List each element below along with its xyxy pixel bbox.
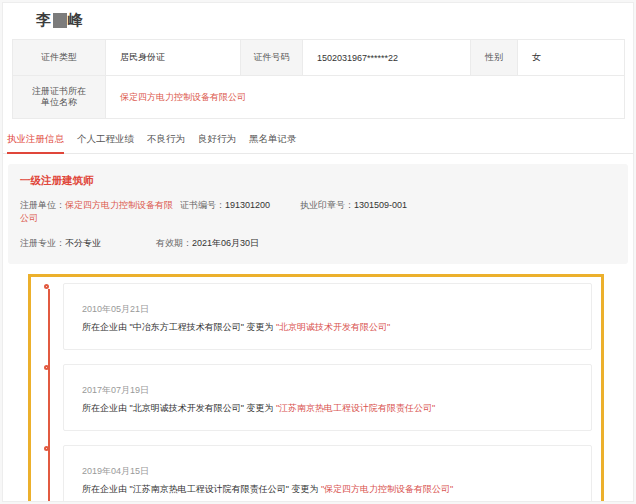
entry-date: 2010年05月21日	[82, 303, 577, 315]
entry-card: 2019年04月15日 所在企业由 "江苏南京热电工程设计院有限责任公司" 变更…	[63, 445, 592, 502]
id-type-value: 居民身份证	[106, 40, 241, 76]
timeline-entry: 2010年05月21日 所在企业由 "中冶东方工程技术有限公司" 变更为 "北京…	[63, 283, 592, 350]
tabs-bar: 执业注册信息 个人工程业绩 不良行为 良好行为 黑名单记录	[3, 127, 633, 154]
registration-row-1: 注册单位：保定四方电力控制设备有限公司 证书编号：191301200 执业印章号…	[20, 199, 616, 225]
registration-title: 一级注册建筑师	[20, 174, 616, 188]
timeline-rail	[48, 289, 50, 502]
timeline-dot-icon	[44, 284, 49, 289]
unit-company-link[interactable]: 保定四方电力控制设备有限公司	[120, 92, 246, 102]
entry-description: 所在企业由 "北京明诚技术开发有限公司" 变更为 "江苏南京热电工程设计院有限责…	[82, 402, 577, 415]
name-first: 李	[36, 11, 52, 30]
timeline-dot-icon	[44, 365, 49, 370]
unit-name-label: 注册证书所在单位名称	[13, 76, 106, 119]
registration-summary-panel: 一级注册建筑师 注册单位：保定四方电力控制设备有限公司 证书编号：1913012…	[8, 164, 628, 264]
table-row: 注册证书所在单位名称 保定四方电力控制设备有限公司	[13, 76, 625, 119]
registered-unit-field: 注册单位：保定四方电力控制设备有限公司	[20, 199, 180, 225]
timeline-section: 2010年05月21日 所在企业由 "中冶东方工程技术有限公司" 变更为 "北京…	[28, 274, 604, 502]
table-row: 证件类型 居民身份证 证件号码 1502031967******22 性别 女	[13, 40, 625, 76]
person-name: 李峰	[36, 11, 633, 30]
entry-date: 2019年04月15日	[82, 465, 577, 477]
certificate-no-field: 证书编号：191301200	[180, 199, 300, 225]
timeline-entry: 2017年07月19日 所在企业由 "北京明诚技术开发有限公司" 变更为 "江苏…	[63, 364, 592, 431]
unit-name-cell: 保定四方电力控制设备有限公司	[106, 76, 625, 119]
id-number-value: 1502031967******22	[303, 40, 471, 76]
entry-new-company: "北京明诚技术开发有限公司"	[276, 322, 390, 332]
entry-card: 2010年05月21日 所在企业由 "中冶东方工程技术有限公司" 变更为 "北京…	[63, 283, 592, 350]
tab-practice-registration[interactable]: 执业注册信息	[7, 133, 64, 153]
entry-new-company: "江苏南京热电工程设计院有限责任公司"	[276, 403, 435, 413]
tab-blacklist-records[interactable]: 黑名单记录	[249, 133, 297, 153]
main-panel: 李峰 证件类型 居民身份证 证件号码 1502031967******22 性别…	[2, 2, 634, 502]
gender-value: 女	[518, 40, 625, 76]
timeline-entry: 2019年04月15日 所在企业由 "江苏南京热电工程设计院有限责任公司" 变更…	[63, 445, 592, 502]
entry-card: 2017年07月19日 所在企业由 "北京明诚技术开发有限公司" 变更为 "江苏…	[63, 364, 592, 431]
tab-personal-achievements[interactable]: 个人工程业绩	[77, 133, 134, 153]
registered-major-field: 注册专业：不分专业	[20, 237, 156, 250]
timeline-dot-icon	[44, 446, 49, 451]
person-info-table: 证件类型 居民身份证 证件号码 1502031967******22 性别 女 …	[12, 39, 625, 119]
tab-bad-behavior[interactable]: 不良行为	[147, 133, 185, 153]
entry-new-company: "保定四方电力控制设备有限公司"	[321, 484, 453, 494]
registration-row-2: 注册专业：不分专业 有效期：2021年06月30日	[20, 237, 616, 250]
entry-description: 所在企业由 "江苏南京热电工程设计院有限责任公司" 变更为 "保定四方电力控制设…	[82, 483, 577, 496]
entry-date: 2017年07月19日	[82, 384, 577, 396]
valid-until-field: 有效期：2021年06月30日	[156, 237, 259, 250]
entry-description: 所在企业由 "中冶东方工程技术有限公司" 变更为 "北京明诚技术开发有限公司"	[82, 321, 577, 334]
gender-label: 性别	[471, 40, 518, 76]
name-last: 峰	[68, 11, 84, 30]
name-censor-block	[53, 13, 67, 28]
tab-good-behavior[interactable]: 良好行为	[198, 133, 236, 153]
id-type-label: 证件类型	[13, 40, 106, 76]
id-number-label: 证件号码	[241, 40, 303, 76]
seal-no-field: 执业印章号：1301509-001	[300, 199, 407, 225]
highlight-box: 2010年05月21日 所在企业由 "中冶东方工程技术有限公司" 变更为 "北京…	[28, 274, 604, 502]
